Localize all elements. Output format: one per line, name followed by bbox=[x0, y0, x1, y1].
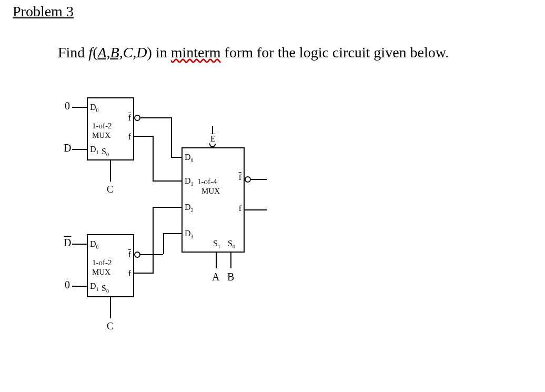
prompt-ab: A,B, bbox=[97, 44, 123, 61]
wire bbox=[134, 273, 153, 274]
muxbig-s1-label: S1 bbox=[213, 239, 220, 249]
mux2-select-value: C bbox=[107, 321, 113, 332]
mux1-type1: 1-of-2 bbox=[92, 122, 112, 130]
muxbig-d3-label: D3 bbox=[185, 229, 194, 239]
mux2-d1-input-value: 0 bbox=[65, 279, 70, 291]
wire bbox=[110, 160, 111, 182]
wire bbox=[134, 136, 153, 137]
prompt-func: f bbox=[88, 44, 93, 61]
wire bbox=[230, 253, 231, 268]
wire bbox=[245, 209, 267, 210]
wire bbox=[251, 179, 267, 180]
mux1-fbar: f bbox=[128, 113, 131, 123]
wire bbox=[72, 107, 87, 108]
wire bbox=[72, 286, 87, 287]
muxbig-s0-value: B bbox=[227, 271, 234, 283]
mux2-d0-input-value: D bbox=[64, 237, 71, 249]
wire bbox=[72, 149, 87, 150]
prompt-find: Find bbox=[58, 44, 88, 61]
problem-prompt: Find f(A,B,C,D) in minterm form for the … bbox=[58, 44, 449, 61]
wire bbox=[171, 157, 181, 158]
muxbig-fbar: f bbox=[239, 173, 241, 182]
wire bbox=[110, 297, 111, 318]
muxbig-d0-label: D0 bbox=[185, 153, 194, 163]
mux1-d0-input-value: 0 bbox=[65, 100, 70, 112]
mux2-f: f bbox=[128, 269, 131, 278]
mux1-s0-label: S0 bbox=[102, 147, 109, 157]
inverter-bubble bbox=[134, 115, 140, 121]
wire bbox=[163, 233, 181, 234]
wire bbox=[140, 254, 163, 255]
wire bbox=[72, 244, 87, 245]
muxbig-type1: 1-of-4 bbox=[197, 177, 217, 186]
wire bbox=[163, 233, 164, 254]
problem-heading: Problem 3 bbox=[13, 3, 74, 20]
prompt-rest: form for the logic circuit given below. bbox=[221, 44, 449, 61]
mux2-fbar: f bbox=[128, 250, 131, 259]
prompt-minterm: minterm bbox=[171, 44, 221, 61]
muxbig-s0-label: S0 bbox=[228, 239, 235, 249]
mux-1-of-2-bottom: D0 D1 S0 1-of-2 MUX f f bbox=[87, 234, 134, 297]
mux2-type1: 1-of-2 bbox=[92, 258, 112, 267]
wire bbox=[153, 136, 154, 180]
wire bbox=[140, 117, 172, 118]
muxbig-f: f bbox=[239, 204, 241, 213]
inverter-bubble bbox=[245, 176, 251, 183]
mux1-d0-label: D0 bbox=[90, 103, 99, 113]
muxbig-d1-label: D1 bbox=[185, 176, 194, 187]
inverter-bubble bbox=[134, 252, 140, 258]
mux1-type2: MUX bbox=[92, 131, 110, 140]
mux2-type2: MUX bbox=[92, 268, 110, 277]
prompt-close: ) in bbox=[147, 44, 171, 61]
mux2-d0-label: D0 bbox=[90, 239, 99, 250]
mux2-s0-label: S0 bbox=[102, 284, 109, 294]
muxbig-s1-value: A bbox=[212, 271, 219, 283]
mux1-d1-label: D1 bbox=[90, 145, 99, 155]
circuit-diagram: 0 D D0 D1 S0 1-of-2 MUX f f C D 0 D0 bbox=[55, 89, 318, 363]
wire bbox=[153, 207, 154, 274]
wire bbox=[153, 207, 181, 208]
wire bbox=[153, 180, 181, 182]
mux1-d1-input-value: D bbox=[64, 142, 71, 154]
muxbig-enable-label: E bbox=[210, 134, 216, 144]
prompt-cd: C,D bbox=[123, 44, 147, 61]
mux-1-of-2-top: D0 D1 S0 1-of-2 MUX f f bbox=[87, 97, 134, 160]
mux1-f: f bbox=[128, 132, 131, 142]
mux2-d1-label: D1 bbox=[90, 282, 99, 292]
mux-1-of-4: D0 D1 D2 D3 S1 S0 1-of-4 MUX f f bbox=[181, 147, 245, 253]
muxbig-d2-label: D2 bbox=[185, 203, 194, 213]
wire bbox=[171, 117, 172, 157]
mux1-select-value: C bbox=[107, 184, 113, 195]
wire bbox=[216, 253, 217, 268]
muxbig-type2: MUX bbox=[201, 187, 220, 196]
